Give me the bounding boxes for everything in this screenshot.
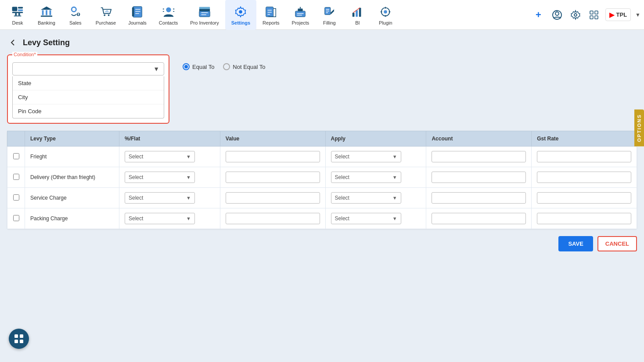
filling-label: Filling: [323, 20, 336, 25]
gear-icon[interactable]: [568, 8, 583, 22]
row4-value-input[interactable]: [226, 213, 320, 224]
user-circle-icon[interactable]: [550, 8, 564, 22]
row3-checkbox-cell: [7, 188, 25, 208]
desk-icon: [10, 4, 25, 19]
svg-rect-29: [199, 7, 210, 9]
nav-item-bi[interactable]: BI: [343, 0, 371, 30]
nav-item-desk[interactable]: Desk: [4, 0, 32, 30]
reports-icon: [263, 4, 278, 19]
table-row: Delivery (Other than frieght) Select ▼ S…: [7, 167, 637, 188]
row2-gst-rate-input[interactable]: [537, 172, 631, 183]
col-value: Value: [220, 131, 325, 147]
row2-account-input[interactable]: [432, 172, 526, 183]
nav-item-banking[interactable]: Banking: [32, 0, 61, 30]
banking-icon: [39, 4, 54, 19]
row4-checkbox[interactable]: [13, 215, 19, 221]
dropdown-item-pincode[interactable]: Pin Code: [13, 104, 164, 118]
row1-account-input[interactable]: [432, 151, 526, 162]
svg-point-22: [166, 7, 171, 12]
table-row: Frieght Select ▼ Select ▼: [7, 147, 637, 167]
projects-label: Projects: [292, 20, 309, 25]
cancel-button[interactable]: CANCEL: [597, 236, 637, 251]
radio-not-equal-to-circle: [223, 63, 230, 70]
journals-icon: [130, 4, 145, 19]
nav-item-sales[interactable]: Sales: [61, 0, 90, 30]
row3-checkbox[interactable]: [13, 194, 19, 201]
row2-levy-type: Delivery (Other than frieght): [25, 167, 119, 188]
nav-item-projects[interactable]: Projects: [286, 0, 316, 30]
svg-rect-46: [353, 12, 355, 16]
nav-item-journals[interactable]: Journals: [122, 0, 153, 30]
save-button[interactable]: SAVE: [558, 236, 593, 251]
nav-item-pro-inventory[interactable]: Pro Inventory: [184, 0, 225, 30]
row1-apply-cell: Select ▼: [325, 147, 426, 167]
svg-rect-62: [14, 334, 18, 338]
svg-rect-60: [590, 16, 593, 19]
dropdown-item-city[interactable]: City: [13, 90, 164, 104]
row3-gst-rate-input[interactable]: [537, 192, 631, 204]
row2-apply-arrow: ▼: [392, 175, 397, 180]
row1-apply-arrow: ▼: [392, 154, 397, 159]
row2-percent-flat-value: Select: [129, 174, 143, 180]
options-sidebar[interactable]: OPTIONS: [634, 110, 644, 147]
condition-select-trigger[interactable]: ▼: [12, 62, 164, 75]
levy-table: Levy Type %/Flat Value Apply Account Gst…: [7, 131, 637, 229]
svg-rect-47: [356, 10, 358, 17]
row3-value-input[interactable]: [226, 192, 320, 204]
bottom-bar: SAVE CANCEL: [7, 236, 637, 251]
nav-dropdown-arrow[interactable]: ▼: [635, 12, 640, 18]
row1-checkbox[interactable]: [13, 153, 19, 159]
svg-point-13: [72, 7, 76, 11]
nav-items: Desk Banking: [4, 0, 532, 30]
row3-account-input[interactable]: [432, 192, 526, 204]
svg-rect-6: [14, 15, 22, 16]
dropdown-item-state[interactable]: State: [13, 76, 164, 90]
row4-apply-arrow: ▼: [392, 216, 397, 221]
col-checkbox: [7, 131, 25, 147]
row1-gst-rate-input[interactable]: [537, 151, 631, 162]
row1-value-input[interactable]: [226, 151, 320, 162]
row4-percent-flat-select[interactable]: Select ▼: [125, 213, 195, 224]
svg-rect-5: [18, 13, 20, 15]
row3-apply-select[interactable]: Select ▼: [331, 192, 401, 204]
table-header-row: Levy Type %/Flat Value Apply Account Gst…: [7, 131, 637, 147]
nav-item-purchase[interactable]: Purchase: [90, 0, 122, 30]
svg-rect-0: [12, 7, 17, 11]
row2-checkbox[interactable]: [13, 174, 19, 180]
row2-value-input[interactable]: [226, 172, 320, 183]
tpl-label: TPL: [616, 11, 627, 18]
svg-marker-7: [41, 6, 52, 10]
table-row: Service Charge Select ▼ Select ▼: [7, 188, 637, 208]
svg-rect-24: [162, 11, 164, 12]
svg-rect-26: [173, 11, 174, 12]
radio-equal-to[interactable]: Equal To: [183, 63, 214, 70]
row1-apply-select[interactable]: Select ▼: [331, 151, 401, 162]
fab-button[interactable]: [9, 329, 29, 349]
row4-gst-rate-input[interactable]: [537, 213, 631, 224]
main-content: Levy Setting Condition* ▼ State City Pin…: [0, 30, 644, 362]
youtube-icon: ▶: [609, 11, 615, 19]
row2-apply-select[interactable]: Select ▼: [331, 172, 401, 183]
back-button[interactable]: [7, 37, 18, 48]
row4-percent-flat-value: Select: [129, 215, 143, 222]
row4-account-input[interactable]: [432, 213, 526, 224]
row4-apply-select[interactable]: Select ▼: [331, 213, 401, 224]
nav-item-filling[interactable]: Filling: [315, 0, 343, 30]
row2-percent-flat-select[interactable]: Select ▼: [125, 172, 195, 183]
row3-percent-flat-select[interactable]: Select ▼: [125, 192, 195, 204]
svg-rect-11: [41, 15, 52, 17]
row3-percent-flat-cell: Select ▼: [119, 188, 220, 208]
condition-label: Condition*: [12, 52, 37, 57]
nav-item-plugin[interactable]: Plugin: [371, 0, 399, 30]
grid-icon[interactable]: [587, 8, 601, 22]
nav-item-contacts[interactable]: Contacts: [153, 0, 184, 30]
nav-item-settings[interactable]: Settings: [225, 0, 256, 30]
youtube-button[interactable]: ▶ TPL: [605, 8, 631, 21]
condition-dropdown: State City Pin Code: [12, 76, 164, 118]
add-button[interactable]: +: [532, 8, 546, 22]
row2-percent-flat-cell: Select ▼: [119, 167, 220, 188]
nav-item-reports[interactable]: Reports: [256, 0, 286, 30]
radio-not-equal-to[interactable]: Not Equal To: [223, 63, 265, 70]
row1-percent-flat-arrow: ▼: [186, 154, 191, 159]
row1-percent-flat-select[interactable]: Select ▼: [125, 151, 195, 162]
